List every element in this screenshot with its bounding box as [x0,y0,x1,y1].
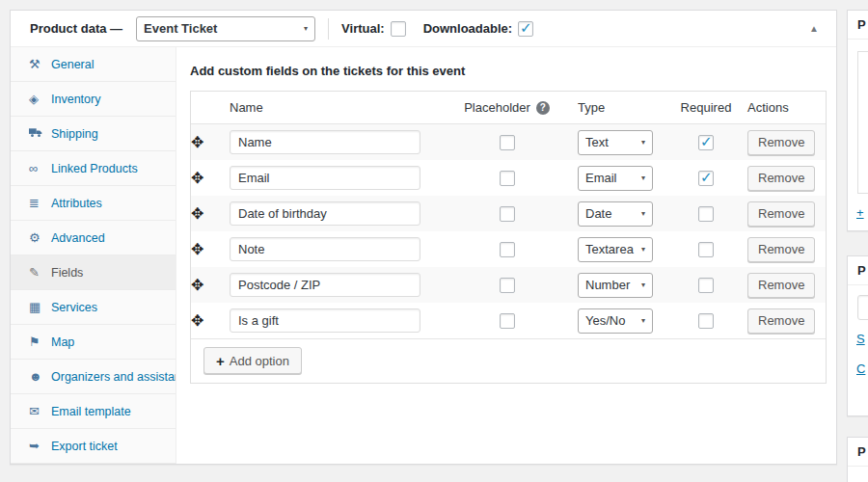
tab-attributes[interactable]: ≣ Attributes [11,186,176,221]
meta-box-heading: P [848,256,868,285]
column-header-actions: Actions [736,100,826,115]
placeholder-checkbox[interactable] [500,278,515,293]
remove-button[interactable]: Remove [747,166,815,191]
required-checkbox[interactable] [698,278,714,293]
drag-handle-icon[interactable]: ✥ [191,312,203,329]
panel-title: Product data — [30,21,122,36]
required-checkbox[interactable] [698,313,714,329]
chevron-down-icon: ▾ [641,138,645,147]
envelope-icon: ✉ [29,404,51,418]
table-row: ✥ Textarea▾ Remove [191,231,826,267]
tab-general[interactable]: ⚒ General [11,47,176,82]
field-name-input[interactable] [230,237,420,261]
chevron-down-icon: ▾ [641,174,645,182]
placeholder-checkbox[interactable] [500,242,515,257]
field-type-select[interactable]: Textarea▾ [578,237,653,262]
help-icon[interactable]: ? [536,101,550,115]
remove-button[interactable]: Remove [747,273,815,298]
list-icon: ≣ [29,196,51,210]
pencil-icon: ✎ [29,265,51,280]
remove-button[interactable]: Remove [747,308,815,334]
field-type-select[interactable]: Text▾ [578,130,653,155]
placeholder-checkbox[interactable] [500,313,515,329]
meta-box-link[interactable]: + [856,205,868,220]
table-row: ✥ Email▾ Remove [191,160,826,196]
people-icon: ☻ [29,369,51,384]
drag-handle-icon[interactable]: ✥ [191,241,203,257]
column-header-required: Required [676,100,736,115]
meta-box-link[interactable]: C [856,362,868,376]
right-meta-box-1: P + [847,10,868,231]
meta-box-heading: P [848,11,868,40]
downloadable-checkbox[interactable] [518,21,533,37]
fields-tab-content: Add custom fields on the tickets for thi… [176,47,836,464]
tab-map[interactable]: ⚑ Map [11,325,176,360]
meta-box-content-area [857,51,868,194]
drag-handle-icon[interactable]: ✥ [191,205,203,222]
meta-box-heading: P [848,438,868,467]
downloadable-label: Downloadable: [423,21,512,36]
chevron-down-icon: ▾ [641,245,645,254]
column-header-placeholder: Placeholder [464,100,530,115]
required-checkbox[interactable] [698,171,714,186]
chevron-down-icon: ▾ [641,209,645,218]
collapse-panel-icon[interactable]: ▲ [805,19,823,38]
placeholder-checkbox[interactable] [500,206,515,222]
placeholder-checkbox[interactable] [500,171,515,186]
virtual-label: Virtual: [341,21,385,36]
gear-icon: ⚙ [29,230,51,245]
link-icon: ∞ [29,161,51,175]
table-row: ✥ Yes/No▾ Remove [191,303,826,338]
drag-handle-icon[interactable]: ✥ [191,134,203,150]
chevron-down-icon: ▾ [304,24,308,33]
product-type-value: Event Ticket [144,21,217,36]
export-icon: ➥ [29,439,51,453]
meta-box-link[interactable]: S [856,332,868,346]
tab-shipping[interactable]: Shipping [11,117,176,151]
field-name-input[interactable] [230,130,420,154]
product-data-header: Product data — Event Ticket ▾ Virtual: D… [11,11,836,47]
required-checkbox[interactable] [698,206,714,222]
required-checkbox[interactable] [698,135,714,150]
placeholder-checkbox[interactable] [500,135,515,150]
product-type-select[interactable]: Event Ticket ▾ [136,16,315,41]
field-name-input[interactable] [230,201,420,226]
tab-advanced[interactable]: ⚙ Advanced [11,221,176,255]
chevron-down-icon: ▾ [641,281,645,289]
column-header-name: Name [230,100,437,115]
add-option-button[interactable]: + Add option [203,347,302,374]
field-type-select[interactable]: Email▾ [578,166,653,191]
field-name-input[interactable] [230,273,420,297]
tab-export-ticket[interactable]: ➥ Export ticket [11,429,176,464]
tab-linked-products[interactable]: ∞ Linked Products [11,151,176,186]
drag-handle-icon[interactable]: ✥ [191,277,203,293]
plus-icon: + [216,353,225,369]
tab-email-template[interactable]: ✉ Email template [11,394,176,429]
wrench-icon: ⚒ [29,57,51,71]
chevron-down-icon: ▾ [641,316,645,325]
field-type-select[interactable]: Number▾ [578,273,653,298]
field-type-select[interactable]: Date▾ [578,201,653,227]
tab-services[interactable]: ▦ Services [11,290,176,325]
table-footer: + Add option [191,338,826,383]
field-name-input[interactable] [230,308,420,333]
remove-button[interactable]: Remove [747,201,815,227]
table-row: ✥ Number▾ Remove [191,267,826,303]
right-meta-box-3: P [847,437,868,482]
remove-button[interactable]: Remove [747,130,815,155]
drag-handle-icon[interactable]: ✥ [191,170,203,186]
meta-box-input[interactable] [857,295,868,320]
tab-organizers-and-assistants[interactable]: ☻ Organizers and assistants [11,360,176,394]
product-data-panel: Product data — Event Ticket ▾ Virtual: D… [10,10,837,465]
truck-icon [29,126,51,141]
required-checkbox[interactable] [698,242,714,257]
field-type-select[interactable]: Yes/No▾ [578,308,653,334]
tab-inventory[interactable]: ◈ Inventory [11,82,176,117]
table-row: ✥ Date▾ Remove [191,196,826,231]
field-name-input[interactable] [230,166,420,190]
tab-fields[interactable]: ✎ Fields [11,255,176,290]
virtual-checkbox[interactable] [391,21,406,37]
page-title: Add custom fields on the tickets for thi… [190,64,836,78]
remove-button[interactable]: Remove [747,237,815,262]
custom-fields-table: Name Placeholder ? Type Required Actions… [190,91,827,384]
